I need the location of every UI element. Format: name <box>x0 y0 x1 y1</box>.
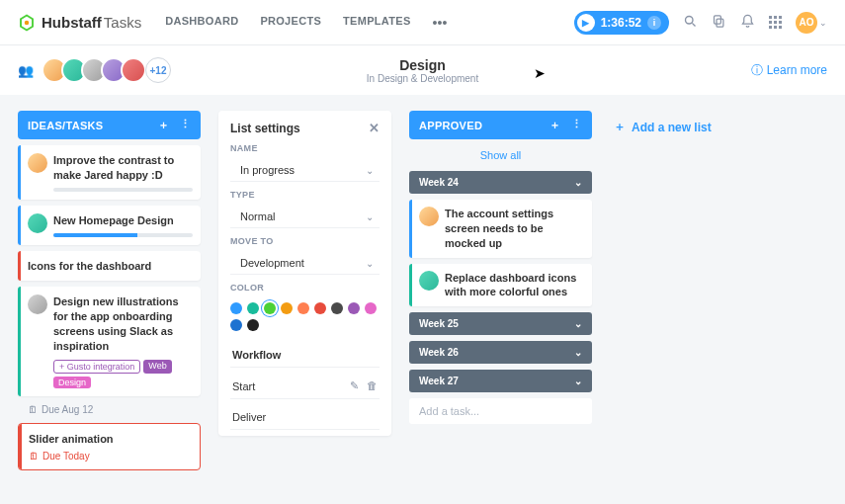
svg-line-2 <box>692 23 695 26</box>
week-header[interactable]: Week 26 ⌄ <box>409 341 592 364</box>
timer-play-icon[interactable]: ▶ <box>577 14 595 32</box>
card-title: The account settings screen needs to be … <box>445 207 584 251</box>
field-label-moveto: MOVE TO <box>230 236 380 246</box>
calendar-icon: 🗓 <box>28 404 38 415</box>
workflow-step[interactable]: Deliver <box>230 405 380 430</box>
timer-value: 1:36:52 <box>601 16 641 30</box>
user-menu-caret-icon[interactable]: ⌄ <box>819 18 827 28</box>
add-card-icon[interactable]: ＋ <box>549 118 560 132</box>
field-label-name: NAME <box>230 143 380 153</box>
week-header[interactable]: Week 25 ⌄ <box>409 312 592 335</box>
assignee-avatar <box>28 153 47 173</box>
chevron-down-icon: ⌄ <box>574 376 582 386</box>
color-swatch[interactable] <box>348 302 360 314</box>
moveto-select[interactable]: Development ⌄ <box>230 252 380 275</box>
board: IDEAS/TASKS ＋ ⋮ Improve the contrast to … <box>0 95 845 486</box>
chevron-down-icon: ⌄ <box>574 177 582 188</box>
svg-rect-3 <box>717 19 723 27</box>
page-subtitle: In Design & Development <box>367 73 478 84</box>
card-title: New Homepage Design <box>53 213 193 228</box>
task-card[interactable]: Improve the contrast to make Jared happy… <box>18 145 201 200</box>
color-swatch[interactable] <box>247 302 259 314</box>
color-swatch[interactable] <box>314 302 326 314</box>
week-header[interactable]: Week 27 ⌄ <box>409 370 592 392</box>
chevron-down-icon: ⌄ <box>366 258 374 269</box>
topbar: Hubstaff Tasks DASHBOARD PROJECTS TEMPLA… <box>0 0 845 45</box>
color-swatch[interactable] <box>365 302 377 314</box>
logo-suffix: Tasks <box>104 14 141 31</box>
color-swatch[interactable] <box>264 302 276 314</box>
timer-info-icon[interactable]: i <box>647 16 661 30</box>
color-swatch[interactable] <box>297 302 309 314</box>
learn-more-link[interactable]: ⓘ Learn more <box>751 62 827 79</box>
task-card[interactable]: New Homepage Design <box>18 206 201 245</box>
project-header: 👥 +12 Design In Design & Development ⓘ L… <box>0 45 845 95</box>
logo-mark-icon <box>18 14 36 32</box>
task-card[interactable]: Replace dashboard icons with more colorf… <box>409 264 592 307</box>
assignee-avatar <box>28 213 47 233</box>
nav-more-icon[interactable]: ••• <box>433 15 448 31</box>
avatar[interactable] <box>121 57 146 83</box>
color-swatch[interactable] <box>247 319 259 331</box>
chevron-down-icon: ⌄ <box>366 211 374 222</box>
user-avatar[interactable]: AO <box>796 12 817 34</box>
timer[interactable]: ▶ 1:36:52 i <box>574 11 669 35</box>
color-swatch[interactable] <box>331 302 343 314</box>
task-card[interactable]: The account settings screen needs to be … <box>409 200 592 258</box>
list-title: APPROVED <box>419 120 482 131</box>
close-icon[interactable]: ✕ <box>369 121 380 135</box>
plus-icon: ＋ <box>614 119 626 135</box>
card-due-overdue: 🗓 Due Today <box>29 451 192 462</box>
logo-text: Hubstaff <box>42 14 102 31</box>
add-task-input[interactable]: Add a task... <box>409 398 592 424</box>
learn-more-label: Learn more <box>767 63 827 77</box>
color-picker <box>230 298 380 337</box>
field-label-color: COLOR <box>230 283 380 293</box>
delete-icon[interactable]: 🗑 <box>367 379 378 392</box>
search-icon[interactable] <box>683 14 698 32</box>
list-approved: APPROVED ＋ ⋮ Show all Week 24 ⌄ The acco… <box>409 111 592 424</box>
task-card[interactable]: Icons for the dashboard <box>18 251 201 282</box>
avatar-more[interactable]: +12 <box>145 57 171 83</box>
add-card-icon[interactable]: ＋ <box>158 118 169 132</box>
main-nav: DASHBOARD PROJECTS TEMPLATES ••• <box>165 15 447 31</box>
chevron-down-icon: ⌄ <box>366 165 374 176</box>
people-icon[interactable]: 👥 <box>18 63 34 78</box>
workflow-step[interactable]: Start ✎ 🗑 <box>230 374 380 399</box>
card-title: Icons for the dashboard <box>28 259 193 274</box>
nav-dashboard[interactable]: DASHBOARD <box>165 15 238 31</box>
type-select[interactable]: Normal ⌄ <box>230 206 380 228</box>
tag[interactable]: Design <box>53 377 91 388</box>
week-header[interactable]: Week 24 ⌄ <box>409 171 592 194</box>
task-card[interactable]: Slider animation 🗓 Due Today <box>18 423 201 470</box>
card-title: Replace dashboard icons with more colorf… <box>445 271 584 300</box>
nav-templates[interactable]: TEMPLATES <box>343 15 411 31</box>
task-card[interactable]: Design new illustrations for the app onb… <box>18 287 201 395</box>
member-avatars: +12 <box>42 57 171 83</box>
list-ideas: IDEAS/TASKS ＋ ⋮ Improve the contrast to … <box>18 111 201 470</box>
assignee-avatar <box>419 207 439 226</box>
info-icon: ⓘ <box>751 62 763 79</box>
list-menu-icon[interactable]: ⋮ <box>180 118 191 132</box>
svg-point-1 <box>686 16 694 24</box>
card-title: Improve the contrast to make Jared happy… <box>53 153 193 183</box>
color-swatch[interactable] <box>281 302 293 314</box>
card-title: Slider animation <box>29 432 192 447</box>
list-settings-panel: List settings ✕ NAME In progress ⌄ TYPE … <box>218 111 391 436</box>
add-list-button[interactable]: ＋ Add a new list <box>610 111 716 143</box>
assignee-avatar <box>419 271 439 291</box>
nav-projects[interactable]: PROJECTS <box>260 15 321 31</box>
apps-grid-icon[interactable] <box>769 16 782 29</box>
page-title-block: Design In Design & Development <box>367 57 478 84</box>
tag[interactable]: Web <box>143 360 171 374</box>
show-all-link[interactable]: Show all <box>409 145 592 165</box>
copy-icon[interactable] <box>712 14 726 32</box>
list-menu-icon[interactable]: ⋮ <box>571 118 582 132</box>
color-swatch[interactable] <box>230 319 242 331</box>
name-select[interactable]: In progress ⌄ <box>230 159 380 182</box>
color-swatch[interactable] <box>230 302 242 314</box>
bell-icon[interactable] <box>740 14 755 32</box>
edit-icon[interactable]: ✎ <box>350 379 359 392</box>
tag[interactable]: + Gusto integration <box>53 360 140 374</box>
logo[interactable]: Hubstaff Tasks <box>18 14 141 32</box>
